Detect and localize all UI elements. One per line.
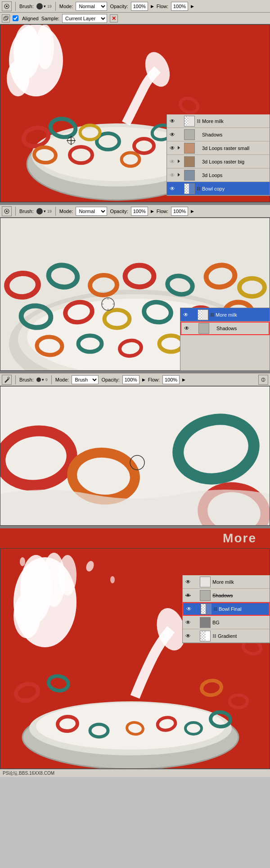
extra-tool-button[interactable] xyxy=(258,375,268,385)
flow-input-3[interactable] xyxy=(162,375,180,384)
layer-row-2-shadows[interactable]: 👁 Shadows xyxy=(180,322,270,335)
layer-arrow-3d-small[interactable] xyxy=(178,146,182,150)
layer-name-3-bg: BG xyxy=(212,620,268,625)
opacity-arrow-3[interactable]: ▶ xyxy=(142,377,145,382)
sample-label: Sample: xyxy=(41,16,59,21)
flow-arrow-2[interactable]: ▶ xyxy=(191,209,194,214)
bottom-bar: PS论坛.BBS.16XX8.COM xyxy=(0,769,270,777)
layer-row-3-bowl-final[interactable]: 👁 ⛓ Bowl Final xyxy=(183,602,270,616)
opacity-arrow[interactable]: ▶ xyxy=(151,4,154,9)
layer-row-3d-big[interactable]: 👁 3d Loops raster big xyxy=(167,155,270,168)
layer-name-3-more-milk: More milk xyxy=(212,579,268,585)
layer-row-3-bg[interactable]: 👁 BG xyxy=(183,616,270,629)
layer-eye-3-bowl-final[interactable]: 👁 xyxy=(185,605,193,613)
flow-label: Flow: xyxy=(157,4,168,9)
svg-rect-3 xyxy=(5,16,8,19)
layer-eye-2-shadows[interactable]: 👁 xyxy=(183,325,190,332)
brush-size-control-3[interactable]: ▾ 9 xyxy=(36,377,48,382)
layer-row-bowl-copy[interactable]: 👁 ⛓ Bowl copy xyxy=(167,182,270,195)
layer-name-bowl-copy: Bowl copy xyxy=(202,186,268,191)
flow-label-3: Flow: xyxy=(148,377,160,382)
layer-link-bowl-copy: ⛓ xyxy=(197,183,200,194)
layer-eye-3-shadows[interactable]: 👁 xyxy=(184,592,192,599)
layer-thumb-2-shadows xyxy=(198,323,209,334)
flow-input-2[interactable] xyxy=(171,207,188,216)
layer-row-3-shadows[interactable]: 👁 Shadows xyxy=(183,589,270,602)
aligned-label: Aligned xyxy=(22,16,39,21)
brush-preview xyxy=(36,3,43,9)
layer-row-shadows[interactable]: 👁 Shadows xyxy=(167,128,270,141)
layer-thumb-3-bowl-final xyxy=(201,604,212,614)
layer-eye-bowl-copy[interactable]: 👁 xyxy=(169,185,176,192)
clone-source-icon[interactable] xyxy=(2,14,10,23)
aligned-checkbox[interactable] xyxy=(13,15,18,21)
clone-stamp-tool-2[interactable] xyxy=(2,206,12,216)
brush-label-3: Brush: xyxy=(19,377,34,382)
sample-select[interactable]: Current Layer xyxy=(62,14,107,23)
layer-thumb-2-more-milk xyxy=(198,309,208,320)
mode-label-2: Mode: xyxy=(59,209,73,214)
healing-brush-tool[interactable] xyxy=(2,375,12,385)
cancel-button-small[interactable]: ✕ xyxy=(110,14,118,23)
svg-point-77 xyxy=(36,703,225,750)
separator2 xyxy=(55,2,56,11)
layer-row-3d-small[interactable]: 👁 3d Loops raster small xyxy=(167,141,270,155)
layer-eye-3d-small[interactable]: 👁 xyxy=(169,145,176,152)
layer-eye-more-milk[interactable]: 👁 xyxy=(169,118,176,125)
mode-select-3[interactable]: Brush xyxy=(72,375,99,384)
opacity-input-2[interactable] xyxy=(131,207,148,216)
flow-label-2: Flow: xyxy=(157,209,168,214)
opacity-input-3[interactable] xyxy=(122,375,140,384)
layer-row-more-milk[interactable]: 👁 ⛓ More milk xyxy=(167,114,270,128)
layer-thumb-3-bg xyxy=(200,617,211,628)
flow-input[interactable] xyxy=(171,2,188,11)
separator-6 xyxy=(51,375,52,384)
layer-eye-shadows[interactable]: 👁 xyxy=(169,131,176,138)
layer-thumb-3d-loops xyxy=(184,170,195,181)
layer-row-3d-loops[interactable]: 👁 3d Loops xyxy=(167,168,270,182)
layer-link-3d-small xyxy=(197,143,200,154)
layer-name-3-bowl-final: Bowl Final xyxy=(219,606,267,612)
brush-dropdown-arrow-2[interactable]: ▾ xyxy=(44,209,46,214)
opacity-input[interactable] xyxy=(131,2,148,11)
clone-stamp-tool[interactable] xyxy=(2,1,12,11)
svg-rect-2 xyxy=(4,17,7,20)
mode-select[interactable]: Normal xyxy=(76,2,107,11)
layer-thumb-3d-small xyxy=(184,143,195,154)
mode-select-2[interactable]: Normal xyxy=(76,207,107,216)
flow-arrow[interactable]: ▶ xyxy=(191,4,194,9)
layer-eye-2-more-milk[interactable]: 👁 xyxy=(182,311,189,318)
mode-label-3: Mode: xyxy=(55,377,69,382)
layer-eye-3d-big[interactable]: 👁 xyxy=(169,158,176,165)
layer-row-2-more-milk[interactable]: 👁 ⛓ More milk xyxy=(180,308,270,322)
layer-name-3d-small: 3d Loops raster small xyxy=(202,145,268,151)
brush-preview-2 xyxy=(36,208,43,214)
layer-arrow-3d-loops[interactable] xyxy=(178,173,182,177)
toolbar-section1-top: Brush: ▾ 19 Mode: Normal Opacity: ▶ Flow… xyxy=(0,0,270,13)
layer-eye-3-bg[interactable]: 👁 xyxy=(184,619,192,626)
layer-eye-3d-loops[interactable]: 👁 xyxy=(169,172,176,179)
canvas-section2: 👁 ⛓ More milk 👁 Shadows xyxy=(0,218,270,371)
canvas-section3 xyxy=(0,386,270,526)
layer-link-2-more-milk: ⛓ xyxy=(210,309,214,320)
layer-arrow-3d-big[interactable] xyxy=(178,159,182,164)
brush-dropdown-arrow-3[interactable]: ▾ xyxy=(42,377,44,382)
layer-row-3-gradient[interactable]: 👁 ⛓ Gradient xyxy=(183,629,270,643)
watermark-text: PS论坛.BBS.16XX8.COM xyxy=(3,770,54,777)
layer-eye-3-gradient[interactable]: 👁 xyxy=(184,632,192,640)
opacity-label: Opacity: xyxy=(110,4,128,9)
brush-size-value-3: 9 xyxy=(45,377,48,382)
layer-name-3-shadows: Shadows xyxy=(212,593,268,598)
svg-point-74 xyxy=(110,576,115,583)
flow-arrow-3[interactable]: ▶ xyxy=(182,377,185,382)
scene-svg-3 xyxy=(0,386,270,526)
layer-eye-3-more-milk[interactable]: 👁 xyxy=(184,578,192,586)
opacity-label-3: Opacity: xyxy=(101,377,119,382)
layer-row-3-more-milk[interactable]: 👁 More milk xyxy=(183,575,270,589)
more-section: More xyxy=(0,528,270,548)
brush-size-control[interactable]: ▾ 19 xyxy=(36,3,52,9)
opacity-arrow-2[interactable]: ▶ xyxy=(151,209,154,214)
layers-panel-2: 👁 ⛓ More milk 👁 Shadows xyxy=(180,308,270,371)
brush-size-control-2[interactable]: ▾ 19 xyxy=(36,208,52,214)
brush-dropdown-arrow[interactable]: ▾ xyxy=(44,4,46,9)
